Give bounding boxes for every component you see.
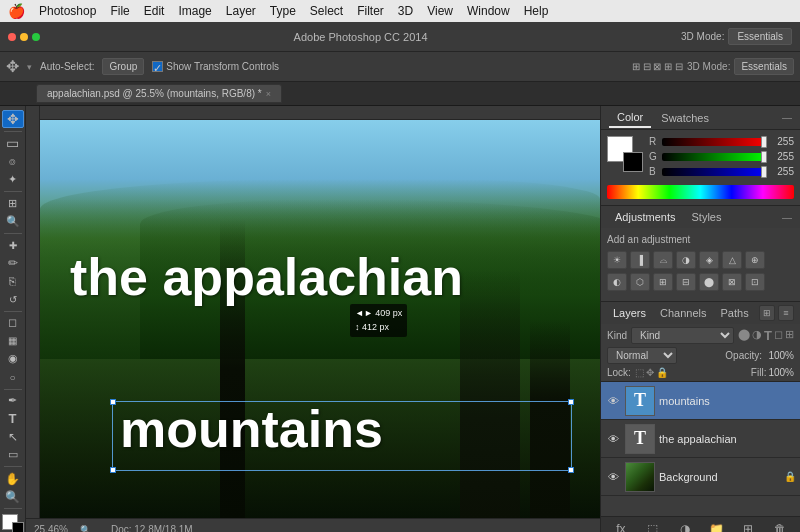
color-balance-btn[interactable]: ⊕ xyxy=(745,251,765,269)
blur-tool[interactable]: ◉ xyxy=(2,350,24,367)
lock-pixels-icon[interactable]: ⬚ xyxy=(635,367,644,378)
hue-saturation-btn[interactable]: △ xyxy=(722,251,742,269)
eyedropper-tool[interactable]: 🔍 xyxy=(2,213,24,230)
path-select-tool[interactable]: ↖ xyxy=(2,428,24,445)
menu-edit[interactable]: Edit xyxy=(144,4,165,18)
gradient-tool[interactable]: ▦ xyxy=(2,332,24,349)
color-lookup-btn[interactable]: ⊟ xyxy=(676,273,696,291)
blend-mode-dropdown[interactable]: Normal xyxy=(607,347,677,364)
brush-tool[interactable]: ✏ xyxy=(2,255,24,272)
history-brush-tool[interactable]: ↺ xyxy=(2,291,24,308)
channels-tab[interactable]: Channels xyxy=(654,305,712,321)
zoom-icon[interactable]: 🔍 xyxy=(80,525,91,533)
layer-item-appalachian[interactable]: 👁 T the appalachian xyxy=(601,420,800,458)
photo-filter-btn[interactable]: ⬡ xyxy=(630,273,650,291)
red-slider[interactable] xyxy=(662,138,767,146)
color-spectrum-bar[interactable] xyxy=(607,185,794,199)
tab-close-btn[interactable]: × xyxy=(266,89,271,99)
text-filter-icon[interactable]: T xyxy=(764,328,772,343)
clone-tool[interactable]: ⎘ xyxy=(2,273,24,290)
hand-tool[interactable]: ✋ xyxy=(2,470,24,487)
pixel-filter-icon[interactable]: ⬤ xyxy=(738,328,750,343)
layer-fx-btn[interactable]: fx xyxy=(611,520,631,533)
marquee-tool[interactable]: ▭ xyxy=(2,135,24,152)
lock-all-icon[interactable]: 🔒 xyxy=(656,367,668,378)
black-white-btn[interactable]: ◐ xyxy=(607,273,627,291)
fill-value[interactable]: 100% xyxy=(768,367,794,378)
curves-btn[interactable]: ⌓ xyxy=(653,251,673,269)
move-tool-icon[interactable]: ✥ xyxy=(6,57,19,76)
smart-filter-icon[interactable]: ⊞ xyxy=(785,328,794,343)
adjustment-filter-icon[interactable]: ◑ xyxy=(752,328,762,343)
menu-filter[interactable]: Filter xyxy=(357,4,384,18)
close-window-btn[interactable] xyxy=(8,33,16,41)
menu-3d[interactable]: 3D xyxy=(398,4,413,18)
fg-bg-colors-picker[interactable] xyxy=(607,136,643,172)
green-slider-handle[interactable] xyxy=(761,151,767,163)
posterize-btn[interactable]: ⊠ xyxy=(722,273,742,291)
menu-window[interactable]: Window xyxy=(467,4,510,18)
menu-file[interactable]: File xyxy=(110,4,129,18)
document-tab[interactable]: appalachian.psd @ 25.5% (mountains, RGB/… xyxy=(36,84,282,103)
crop-tool[interactable]: ⊞ xyxy=(2,195,24,212)
layers-panel-menu[interactable]: ≡ xyxy=(778,305,794,321)
layer-visibility-mountains[interactable]: 👁 xyxy=(605,393,621,409)
brightness-contrast-btn[interactable]: ☀ xyxy=(607,251,627,269)
threshold-btn[interactable]: ⊡ xyxy=(745,273,765,291)
pen-tool[interactable]: ✒ xyxy=(2,392,24,409)
layer-item-mountains[interactable]: 👁 T mountains xyxy=(601,382,800,420)
levels-btn[interactable]: ▐ xyxy=(630,251,650,269)
layers-tab[interactable]: Layers xyxy=(607,305,652,321)
add-mask-btn[interactable]: ⬚ xyxy=(643,520,663,533)
red-slider-handle[interactable] xyxy=(761,136,767,148)
essentials-button[interactable]: Essentials xyxy=(728,28,792,45)
menu-select[interactable]: Select xyxy=(310,4,343,18)
maximize-window-btn[interactable] xyxy=(32,33,40,41)
invert-btn[interactable]: ⬤ xyxy=(699,273,719,291)
color-tab[interactable]: Color xyxy=(609,108,651,128)
swatches-tab[interactable]: Swatches xyxy=(653,109,717,127)
auto-select-dropdown[interactable]: Group xyxy=(102,58,144,75)
eraser-tool[interactable]: ◻ xyxy=(2,314,24,331)
green-slider[interactable] xyxy=(662,153,767,161)
new-layer-btn[interactable]: ⊞ xyxy=(738,520,758,533)
background-color-box[interactable] xyxy=(623,152,643,172)
vibrance-btn[interactable]: ◈ xyxy=(699,251,719,269)
new-group-btn[interactable]: 📁 xyxy=(706,520,726,533)
show-transform-controls[interactable]: ✓ Show Transform Controls xyxy=(152,61,279,72)
opacity-value[interactable]: 100% xyxy=(764,350,794,361)
blue-slider[interactable] xyxy=(662,168,767,176)
minimize-window-btn[interactable] xyxy=(20,33,28,41)
menu-help[interactable]: Help xyxy=(524,4,549,18)
blue-slider-handle[interactable] xyxy=(761,166,767,178)
layers-filter-icon[interactable]: ⊞ xyxy=(759,305,775,321)
channel-mixer-btn[interactable]: ⊞ xyxy=(653,273,673,291)
menu-image[interactable]: Image xyxy=(178,4,211,18)
zoom-tool[interactable]: 🔍 xyxy=(2,488,24,505)
adjustment-layer-btn[interactable]: ◑ xyxy=(675,520,695,533)
canvas-area[interactable]: the appalachian mountains ◄► 409 px ↕ 41… xyxy=(40,120,600,518)
menu-view[interactable]: View xyxy=(427,4,453,18)
adjustments-tab[interactable]: Adjustments xyxy=(609,209,682,225)
text-tool[interactable]: T xyxy=(2,410,24,427)
paths-tab[interactable]: Paths xyxy=(715,305,755,321)
move-tool[interactable]: ✥ xyxy=(2,110,24,128)
shape-filter-icon[interactable]: ◻ xyxy=(774,328,783,343)
layer-visibility-appalachian[interactable]: 👁 xyxy=(605,431,621,447)
kind-dropdown[interactable]: Kind xyxy=(631,327,734,344)
styles-tab[interactable]: Styles xyxy=(686,209,728,225)
exposure-btn[interactable]: ◑ xyxy=(676,251,696,269)
adjustments-panel-minimize[interactable]: — xyxy=(782,212,792,223)
layer-item-background[interactable]: 👁 Background 🔒 xyxy=(601,458,800,496)
apple-menu[interactable]: 🍎 xyxy=(8,3,25,19)
transform-checkbox[interactable]: ✓ xyxy=(152,61,163,72)
delete-layer-btn[interactable]: 🗑 xyxy=(770,520,790,533)
essentials-workspace-btn[interactable]: Essentials xyxy=(734,58,794,75)
layer-visibility-background[interactable]: 👁 xyxy=(605,469,621,485)
healing-tool[interactable]: ✚ xyxy=(2,237,24,254)
menu-layer[interactable]: Layer xyxy=(226,4,256,18)
background-color[interactable] xyxy=(12,522,24,532)
dodge-tool[interactable]: ○ xyxy=(2,369,24,386)
tool-options-arrow[interactable]: ▾ xyxy=(27,62,32,72)
lasso-tool[interactable]: ⌾ xyxy=(2,153,24,170)
